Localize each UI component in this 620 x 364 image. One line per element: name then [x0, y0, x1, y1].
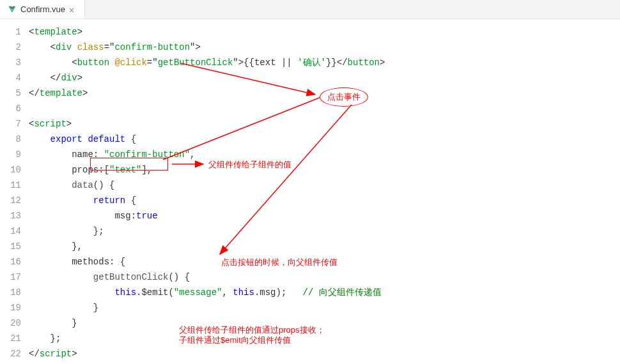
line-number: 14: [6, 224, 21, 239]
vue-icon: [8, 5, 17, 14]
line-number: 4: [6, 70, 21, 86]
token-tag: div: [56, 40, 77, 55]
token-keyword: return: [93, 193, 131, 208]
token-punct: {: [131, 193, 136, 208]
token-punct: () {: [93, 178, 115, 193]
token-bracket: </: [337, 55, 348, 70]
line-number: 21: [6, 331, 21, 346]
token-punct: () {: [168, 269, 190, 285]
token-bracket: >: [77, 24, 82, 40]
token-tag: template: [40, 86, 82, 101]
line-number: 16: [6, 254, 21, 269]
code-line[interactable]: [29, 101, 620, 116]
token-property: name:: [72, 147, 104, 162]
line-number: 12: [6, 193, 21, 208]
code-line[interactable]: }: [29, 315, 620, 331]
code-line[interactable]: msg:true: [29, 208, 620, 224]
file-tab[interactable]: Confirm.vue ×: [0, 0, 85, 19]
token-punct: }}: [326, 55, 337, 70]
token-identifier: text ||: [254, 55, 297, 70]
token-bracket: >: [66, 116, 72, 132]
code-line[interactable]: data() {: [29, 178, 620, 193]
token-punct: ],: [141, 162, 152, 178]
token-punct: ,: [222, 285, 233, 300]
close-icon[interactable]: ×: [69, 6, 77, 13]
token-bracket: >: [77, 70, 82, 86]
line-number: 8: [6, 132, 21, 147]
code-line[interactable]: </div>: [29, 70, 620, 86]
token-tag: script: [34, 116, 66, 132]
token-keyword: this: [233, 285, 254, 300]
code-line[interactable]: },: [29, 239, 620, 254]
line-number: 10: [6, 162, 21, 178]
code-line[interactable]: export default {: [29, 132, 620, 147]
line-number: 3: [6, 55, 21, 70]
token-dollar: $emit: [141, 285, 168, 300]
code-line[interactable]: return {: [29, 193, 620, 208]
tab-title: Confirm.vue: [20, 4, 65, 14]
token-property: msg:: [114, 208, 136, 224]
code-line[interactable]: <div class="confirm-button">: [29, 40, 620, 55]
line-number: 19: [6, 300, 21, 315]
code-line[interactable]: getButtonClick() {: [29, 269, 620, 285]
code-line[interactable]: </script>: [29, 346, 620, 361]
code-line[interactable]: name: "confirm-button",: [29, 147, 620, 162]
code-line[interactable]: methods: {: [29, 254, 620, 269]
line-number: 2: [6, 40, 21, 55]
token-punct: ">: [233, 55, 244, 70]
token-attr-name: @click: [114, 55, 146, 70]
token-bracket: </: [50, 70, 61, 86]
code-area[interactable]: <template> <div class="confirm-button"> …: [29, 19, 620, 364]
code-line[interactable]: <template>: [29, 24, 620, 40]
token-punct: {{: [244, 55, 254, 70]
token-bracket: <: [50, 40, 56, 55]
token-method-name: getButtonClick: [93, 269, 169, 285]
token-punct: ,: [190, 147, 195, 162]
line-number: 13: [6, 208, 21, 224]
line-number: 6: [6, 101, 21, 116]
token-string: "message": [174, 285, 222, 300]
token-attr-name: class: [77, 40, 104, 55]
token-tag: button: [348, 55, 380, 70]
line-number: 20: [6, 315, 21, 331]
token-punct: };: [93, 224, 104, 239]
code-line[interactable]: }: [29, 300, 620, 315]
code-line[interactable]: this.$emit("message", this.msg); // 向父组件…: [29, 285, 620, 300]
token-bracket: </: [29, 86, 40, 101]
token-attr-value: confirm-button: [114, 40, 190, 55]
token-tag: button: [77, 55, 115, 70]
code-line[interactable]: props:["text"],: [29, 162, 620, 178]
token-bracket: >: [82, 86, 88, 101]
token-punct: .: [136, 285, 141, 300]
token-method-name: data: [72, 178, 93, 193]
code-line[interactable]: };: [29, 331, 620, 346]
token-property: props:[: [72, 162, 109, 178]
line-number: 15: [6, 239, 21, 254]
tab-bar: Confirm.vue ×: [0, 0, 620, 19]
token-tag: template: [34, 24, 77, 40]
code-line[interactable]: };: [29, 224, 620, 239]
line-number: 22: [6, 346, 21, 361]
token-punct: .msg);: [254, 285, 303, 300]
token-punct: (: [168, 285, 173, 300]
token-property: methods: {: [72, 254, 125, 269]
token-string: '确认': [297, 55, 326, 70]
code-editor[interactable]: 12345678910111213141516171819202122 <tem…: [0, 19, 620, 364]
token-bracket: >: [72, 346, 77, 361]
token-punct: =": [147, 55, 158, 70]
token-punct: {: [131, 132, 136, 147]
token-comment: // 向父组件传递值: [303, 285, 382, 300]
token-boolean-lit: true: [136, 208, 158, 224]
code-line[interactable]: <button @click="getButtonClick">{{text |…: [29, 55, 620, 70]
token-tag: div: [61, 70, 77, 86]
token-punct: =": [104, 40, 115, 55]
code-line[interactable]: <script>: [29, 116, 620, 132]
line-number: 18: [6, 285, 21, 300]
line-number: 17: [6, 269, 21, 285]
token-punct: ">: [190, 40, 201, 55]
code-line[interactable]: </template>: [29, 86, 620, 101]
token-punct: };: [50, 331, 61, 346]
token-punct: }: [93, 300, 98, 315]
line-numbers: 12345678910111213141516171819202122: [0, 19, 29, 364]
line-number: 9: [6, 147, 21, 162]
